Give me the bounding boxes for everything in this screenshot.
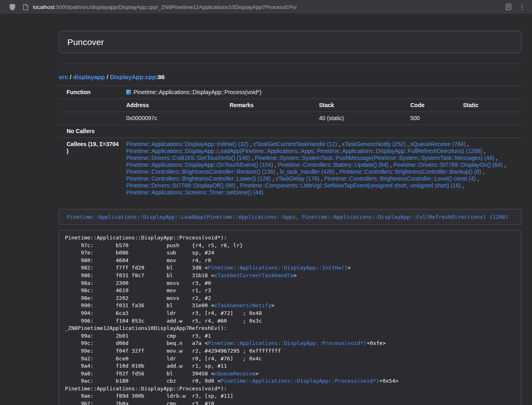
assembly-symbol-link[interactable]: xTaskGenericNotify bbox=[214, 302, 271, 308]
address-value: 0x0000097c bbox=[123, 112, 226, 125]
callee-link[interactable]: vTaskDelay (176) bbox=[276, 175, 319, 182]
no-callers-label: No Callers bbox=[59, 125, 123, 138]
page-title: Puncover bbox=[67, 37, 104, 47]
function-row: Function Pinetime::Applications::Display… bbox=[59, 86, 521, 99]
column-header-remarks: Remarks bbox=[226, 99, 316, 112]
callee-link[interactable]: Pinetime::System::SystemTask::PushMessag… bbox=[255, 155, 495, 161]
assembly-code: Pinetime::Applications::DisplayApp::Proc… bbox=[59, 230, 521, 405]
column-header-stack: Stack bbox=[316, 99, 407, 112]
callee-link[interactable]: lv_task_handler (420) bbox=[280, 168, 335, 175]
callee-link[interactable]: Pinetime::Applications::DisplayApp::Init… bbox=[126, 141, 248, 147]
tracking-protection-shield-icon[interactable] bbox=[9, 3, 16, 11]
assembly-symbol-link[interactable]: Pinetime::Applications::DisplayApp::Proc… bbox=[208, 340, 366, 346]
selected-symbol-link[interactable]: Pinetime::Applications::DisplayApp::Load… bbox=[67, 214, 508, 220]
breadcrumb-separator: / bbox=[105, 73, 110, 80]
browser-toolbar: localhost:5000/path/src/displayapp/Displ… bbox=[0, 0, 532, 14]
function-name: Pinetime::Applications::DisplayApp::Proc… bbox=[134, 89, 261, 95]
callee-link[interactable]: xQueueReceive (764) bbox=[410, 141, 465, 147]
url-host: localhost bbox=[33, 4, 54, 10]
function-icon bbox=[126, 90, 131, 95]
no-callers-row: No Callers bbox=[59, 125, 521, 138]
column-header-address: Address bbox=[123, 99, 226, 112]
selected-symbol-well: Pinetime::Applications::DisplayApp::Load… bbox=[59, 209, 521, 225]
page-content: Puncover src / displayapp / DisplayApp.c… bbox=[59, 31, 521, 405]
column-header-code: Code bbox=[407, 99, 460, 112]
assembly-symbol-link[interactable]: xTaskGetCurrentTaskHandle bbox=[214, 272, 294, 278]
assembly-symbol-link[interactable]: xQueueReceive bbox=[214, 371, 256, 377]
table-value-row: 0x0000097c 40 (static) 500 bbox=[59, 112, 521, 125]
stack-value: 40 (static) bbox=[316, 112, 407, 125]
callees-row: Callees (19, Σ=3704 ) Pinetime::Applicat… bbox=[59, 138, 521, 199]
function-label: Function bbox=[59, 86, 123, 99]
callee-link[interactable]: Pinetime::Applications::Screens::Timer::… bbox=[126, 189, 263, 196]
callee-link[interactable]: Pinetime::Controllers::BrightnessControl… bbox=[339, 168, 481, 175]
assembly-symbol-link[interactable]: Pinetime::Applications::DisplayApp::Init… bbox=[208, 265, 347, 271]
callee-link[interactable]: Pinetime::Applications::DisplayApp::OnTo… bbox=[126, 162, 273, 168]
static-value bbox=[460, 112, 521, 125]
callee-link[interactable]: Pinetime::Controllers::Battery::Update()… bbox=[278, 162, 389, 168]
callee-link[interactable]: Pinetime::Drivers::St7789::DisplayOff() … bbox=[126, 182, 235, 189]
breadcrumb-link[interactable]: displayapp bbox=[73, 73, 105, 80]
breadcrumb-separator: / bbox=[68, 73, 73, 80]
breadcrumb-link[interactable]: DisplayApp.cpp bbox=[110, 73, 156, 80]
callee-link[interactable]: Pinetime::Drivers::Cst816S::GetTouchInfo… bbox=[126, 155, 250, 161]
url-path: :5000/path/src/displayapp/DisplayApp.cpp… bbox=[54, 4, 297, 10]
column-header-static: Static bbox=[460, 99, 521, 112]
breadcrumb: src / displayapp / DisplayApp.cpp:86 bbox=[59, 73, 521, 80]
callees-list: Pinetime::Applications::DisplayApp::Init… bbox=[123, 138, 521, 199]
divider bbox=[59, 64, 521, 64]
callee-link[interactable]: Pinetime::Controllers::BrightnessControl… bbox=[126, 175, 271, 182]
url-bar[interactable]: localhost:5000/path/src/displayapp/Displ… bbox=[23, 4, 500, 10]
code-value: 500 bbox=[407, 112, 460, 125]
breadcrumb-line-number: :86 bbox=[156, 73, 165, 80]
callee-link[interactable]: xTaskGetCurrentTaskHandle (12) bbox=[253, 141, 337, 147]
callee-link[interactable]: xTaskGenericNotify (252) bbox=[342, 141, 405, 147]
callee-link[interactable]: Pinetime::Controllers::BrightnessControl… bbox=[126, 168, 275, 175]
callees-label: Callees (19, Σ=3704 ) bbox=[59, 138, 123, 199]
callee-link[interactable]: Pinetime::Controllers::BrightnessControl… bbox=[324, 175, 476, 182]
url-text[interactable]: localhost:5000/path/src/displayapp/Displ… bbox=[33, 4, 297, 10]
callee-link[interactable]: Pinetime::Drivers::St7789::DisplayOn() (… bbox=[393, 162, 502, 168]
assembly-symbol-link[interactable]: Pinetime::Applications::DisplayApp::Proc… bbox=[221, 378, 379, 384]
callee-link[interactable]: Pinetime::Applications::DisplayApp::Load… bbox=[126, 148, 482, 154]
reader-view-icon[interactable] bbox=[506, 4, 511, 10]
page-security-icon[interactable] bbox=[23, 4, 28, 10]
function-table: Function Pinetime::Applications::Display… bbox=[59, 86, 521, 199]
remarks-value bbox=[226, 112, 316, 125]
breadcrumb-link[interactable]: src bbox=[59, 73, 68, 80]
menu-icon[interactable]: ⋮ bbox=[518, 4, 526, 11]
callee-link[interactable]: Pinetime::Components::LittleVgl::SetNewT… bbox=[240, 182, 461, 189]
app-header: Puncover bbox=[59, 31, 521, 53]
table-header-row: Address Remarks Stack Code Static bbox=[59, 99, 521, 112]
